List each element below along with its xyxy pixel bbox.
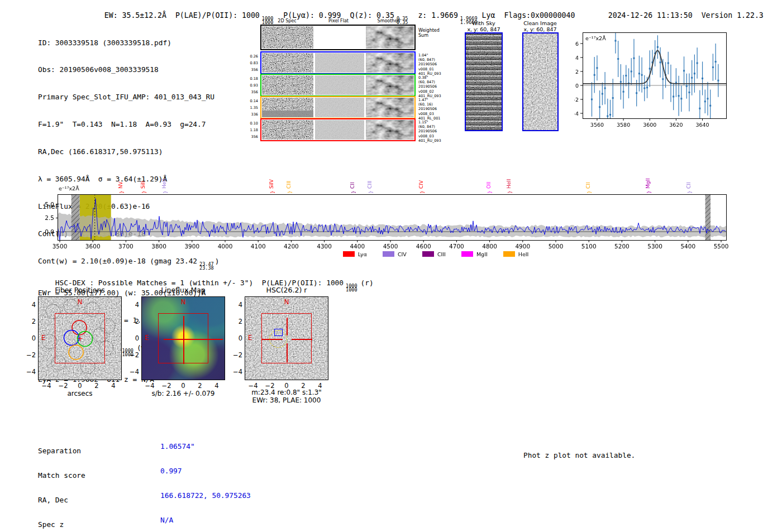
photz-note: Phot z plot not available. — [523, 451, 635, 459]
elixer-report-page: EW: 35.5±12.2ÅP(LAE)/P(OII): 10001000100… — [0, 0, 782, 532]
pixel-flat-image — [315, 75, 364, 95]
y-tick-label: 4 — [228, 301, 242, 309]
smoothed-image — [366, 53, 414, 73]
catalog-match-square — [274, 329, 283, 336]
match-value: 0.997 — [160, 467, 251, 476]
fiber-positions-cutout: N E + — [38, 296, 122, 380]
header-plae: P(LAE)/P(OII): 1000 — [175, 11, 260, 20]
x-tick-label: 0 — [177, 382, 190, 390]
line-marker-label: MgII — [645, 165, 653, 189]
clean-image — [522, 32, 559, 131]
x-tick-label: −2 — [263, 382, 276, 390]
info-seeing: F=1.9" T=0.143 N=1.18 A=0.93 g=24.7 — [38, 120, 219, 129]
line-marker-bracket: { — [586, 189, 592, 195]
x-tick-label: −4 — [40, 382, 53, 390]
sky-banding-overlay — [466, 33, 502, 130]
spec2d-row2-right-labels: 0.38"(60, 847)20190506v008_02401_RU_093 — [418, 75, 454, 98]
legend-label: Lyα — [358, 251, 367, 257]
y-tick-label: −2 — [21, 351, 36, 359]
legend-label: MgII — [476, 251, 488, 257]
spec2d-row2-left-labels: 0.180.93356 — [242, 75, 258, 95]
legend-swatch — [422, 251, 434, 257]
y-tick-label: −2 — [125, 351, 139, 359]
line-marker-label: OII — [486, 165, 494, 189]
east-label: E — [145, 334, 149, 342]
report-datetime: 2024-12-26 11:13:50 — [608, 11, 693, 20]
col-header-2dspec: 2D Spec — [270, 18, 304, 23]
pixel-flat-image — [315, 120, 364, 140]
x-tick-label: 4 — [313, 382, 327, 390]
legend-entry: Lyα — [343, 251, 367, 257]
x-tick-label: 4 — [107, 382, 120, 390]
y-tick-label: 0 — [228, 334, 242, 342]
spec2d-row1-left-labels: 0.260.83356 — [242, 53, 258, 73]
hsc-xlabel-1: m:23.4 re:0.8" s:1.3" — [239, 389, 334, 396]
legend-swatch — [503, 251, 515, 257]
header-line-id: Lyα — [482, 11, 495, 20]
line-marker-bracket: { — [687, 189, 693, 195]
y-tick-label: 4 — [125, 301, 139, 309]
crossh-vertical-bottom — [287, 343, 288, 362]
line-marker-bracket: { — [119, 189, 125, 195]
line-marker-bracket: { — [368, 189, 374, 195]
legend-swatch — [343, 251, 355, 257]
smoothed-image — [366, 120, 414, 140]
line-marker-label: CIV — [418, 165, 426, 189]
line-marker-bracket: { — [141, 189, 147, 195]
y-tick-label: 2 — [125, 318, 139, 325]
line-marker-label: SiIV — [269, 165, 276, 189]
match-label: RA, Dec — [38, 496, 103, 505]
line-marker-label: CII — [350, 165, 357, 189]
legend-label: CIV — [398, 251, 407, 257]
x-tick-label: −2 — [160, 382, 173, 390]
legend-entry: HeII — [503, 251, 529, 257]
x-tick-label: 2 — [297, 382, 310, 390]
hsc-cutout: N E — [245, 296, 328, 380]
match-table-labels: Separation Match score RA, Dec Spec z Ph… — [38, 431, 103, 532]
crosshair-vertical — [183, 316, 184, 364]
x-tick-label: 2 — [90, 382, 103, 390]
line-marker-label: SiII — [140, 165, 148, 189]
lineflux-xlabel: s/b: 2.16 +/- 0.079 — [136, 390, 231, 397]
y-tick-label: −2 — [228, 351, 242, 359]
north-label: N — [245, 298, 328, 306]
line-marker-bracket: { — [351, 189, 356, 195]
info-primary-amp: Primary Spec_Slot_IFU_AMP: 401_013_043_R… — [38, 93, 219, 102]
spectrum-legend: LyαCIVCIIIMgIIHeII — [89, 249, 782, 259]
legend-label: CIII — [437, 251, 446, 257]
line-marker-label: CII — [585, 165, 593, 189]
line-marker-label: CII — [686, 165, 694, 189]
spec2d-weighted-image — [262, 26, 313, 49]
withsky-title: With Skyx, y: 60, 847 — [461, 20, 506, 32]
y-tick-label: 4 — [21, 301, 36, 309]
x-tick-label: 0 — [280, 382, 293, 390]
match-label: Spec z — [38, 521, 103, 529]
crosshair-vertical-top — [287, 318, 288, 336]
spec2d-flat-strip — [262, 111, 313, 117]
legend-entry: CIII — [422, 251, 446, 257]
y-tick-label: 0 — [125, 334, 139, 342]
x-tick-label: −4 — [246, 382, 260, 390]
x-tick-label: 0 — [73, 382, 87, 390]
line-marker-bracket: { — [270, 189, 275, 195]
spec2d-row4-left-labels: 0.101.18356 — [242, 120, 258, 140]
withsky-image — [465, 32, 503, 131]
smoothed-image — [366, 75, 414, 95]
north-label: N — [39, 298, 121, 306]
col-header-smoothed: Smoothed — [372, 18, 406, 23]
spec2d-row-red — [260, 118, 416, 141]
legend-swatch — [383, 251, 394, 257]
line-marker-bracket: { — [163, 189, 168, 195]
y-tick-label: 2 — [228, 318, 242, 325]
legend-label: HeII — [518, 251, 529, 257]
y-tick-label: −4 — [125, 368, 139, 376]
fiber-positions-title: Fiber Positions — [38, 286, 122, 294]
match-value: 166.618722, 50.975263 — [160, 492, 251, 500]
match-value: N/A — [160, 516, 251, 525]
line-marker-bracket: { — [646, 189, 652, 195]
center-cross-marker: + — [77, 334, 83, 343]
spec2d-weighted-row — [260, 25, 416, 50]
line-marker-bracket: { — [419, 189, 425, 195]
line-marker-label: CIII — [286, 165, 294, 189]
line-marker-label: HeII — [506, 165, 514, 189]
